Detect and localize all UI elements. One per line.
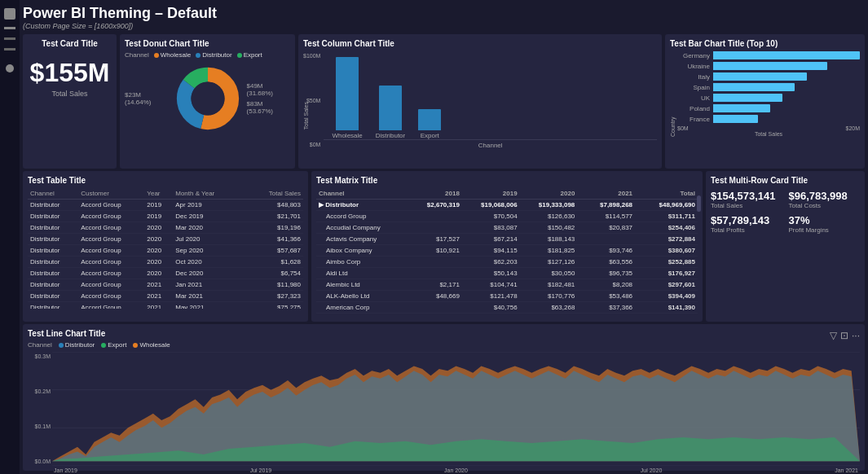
sidebar (0, 0, 20, 474)
matrix-row: American Corp$40,756$63,268$37,366$141,3… (316, 302, 698, 314)
bar-export: Export (418, 109, 441, 139)
line-title: Test Line Chart Title (28, 329, 105, 338)
bar-row-germany: Germany (677, 51, 860, 59)
table-header-row: Channel Customer Year Month & Year Total… (28, 188, 303, 200)
line-chart-svg (52, 352, 860, 466)
table-row: DistributorAccord Group2021Mar 2021$27,3… (28, 291, 303, 302)
total-costs-value: $96,783,998 (789, 190, 861, 202)
matrix-header: Channel 2018 2019 2020 2021 Total (316, 188, 698, 200)
total-profits-label: Total Profits (711, 226, 782, 234)
matrix-row: ALK-Abello Ltd$48,669$121,478$170,776$53… (316, 291, 698, 302)
bar-y-label: Country (670, 51, 676, 137)
line-panel: Test Line Chart Title ▽ ⊡ ··· Channel Di… (23, 324, 865, 471)
filter-icon[interactable]: ▽ (830, 330, 837, 341)
svg-point-3 (191, 81, 224, 115)
matrix-scroll[interactable]: Channel 2018 2019 2020 2021 Total ▶ Dist… (316, 188, 698, 314)
matrix-row: Accord Group$70,504$126,630$114,577$311,… (316, 211, 698, 222)
bar-row-italy: Italy (677, 72, 860, 81)
sidebar-icon-bars3 (4, 48, 15, 50)
legend-channel-label: Channel (125, 51, 149, 59)
bar-row-poland: Poland (677, 104, 860, 112)
legend-export: Export (237, 51, 262, 59)
bar-row-france: France (677, 115, 860, 123)
data-table: Channel Customer Year Month & Year Total… (28, 188, 303, 309)
page-title: Power BI Theming – Default (23, 5, 217, 22)
mh-2019: 2019 (462, 188, 520, 200)
donut-legend: Channel Wholesale Distributor Export (125, 51, 290, 59)
sidebar-icon-person[interactable] (6, 64, 14, 72)
line-legend-distributor: Distributor (59, 341, 95, 349)
mh-2021: 2021 (577, 188, 635, 200)
more-icon[interactable]: ··· (852, 330, 860, 341)
bar-distributor: Distributor (376, 86, 405, 139)
bar-row-ukraine: Ukraine (677, 62, 860, 70)
bar-row-uk: UK (677, 94, 860, 102)
th-customer: Customer (78, 188, 144, 200)
column-title: Test Column Chart Title (303, 39, 657, 48)
donut-labels: $49M (31.68%) $83M (53.67%) (247, 82, 291, 115)
th-total-sales: Total Sales (237, 188, 303, 200)
matrix-row: Aibox Company$10,921$94,115$181,825$93,7… (316, 245, 698, 257)
matrix-table: Channel 2018 2019 2020 2021 Total ▶ Dist… (316, 188, 698, 314)
table-panel: Test Table Title Channel Customer Year M… (23, 171, 308, 322)
column-y-axis: $100M $50M $0M (303, 51, 320, 149)
metric-row-2: $57,789,143 Total Profits 37% Profit Mar… (711, 214, 860, 234)
metric-profit-margin: 37% Profit Margins (789, 214, 861, 234)
line-chart-area: $0.3M $0.2M $0.1M $0.0M (28, 352, 860, 466)
donut-label-distributor: $49M (31.68%) (247, 82, 291, 97)
line-legend-wholesale: Wholesale (133, 341, 170, 349)
line-x-labels: Jan 2019 Jul 2019 Jan 2020 Jul 2020 Jan … (52, 467, 860, 473)
mh-2018: 2018 (409, 188, 461, 200)
line-header: Test Line Chart Title ▽ ⊡ ··· (28, 329, 860, 341)
bar-germany-fill (713, 51, 860, 59)
line-actions: ▽ ⊡ ··· (830, 330, 860, 341)
donut-chart: $23M (14.64%) $49M (31.68%) $83M (53.67%… (125, 62, 290, 135)
table-row: DistributorAccord Group2019Dec 2019$21,7… (28, 211, 303, 222)
bar-uk-fill (713, 94, 782, 102)
sidebar-icon-bars[interactable] (4, 27, 15, 29)
table-row: DistributorAccord Group2021May 2021$75,2… (28, 302, 303, 309)
table-row: DistributorAccord Group2021Jan 2021$11,9… (28, 279, 303, 291)
donut-label-wholesale: $83M (53.67%) (247, 100, 291, 115)
mh-channel: Channel (316, 188, 409, 200)
table-row: DistributorAccord Group2020Jul 2020$41,3… (28, 234, 303, 245)
metric-row-1: $154,573,141 Total Sales $96,783,998 Tot… (711, 190, 860, 209)
metric-total-profits: $57,789,143 Total Profits (711, 214, 782, 234)
mh-total: Total (635, 188, 698, 200)
bar-panel: Test Bar Chart Title (Top 10) Country Ge… (665, 34, 865, 169)
card-label: Total Sales (51, 90, 87, 98)
sidebar-icon-grid[interactable] (4, 8, 15, 20)
column-x-label: Channel (324, 142, 657, 149)
bar-x-axis: $0M $20M (677, 125, 860, 131)
metric-total-costs: $96,783,998 Total Costs (789, 190, 861, 209)
multirow-title: Test Multi-Row Card Title (711, 176, 860, 185)
table-row: DistributorAccord Group2020Sep 2020$57,6… (28, 245, 303, 257)
export-dot (237, 53, 242, 58)
bar-poland-fill (713, 104, 770, 112)
profit-margin-label: Profit Margins (789, 226, 861, 234)
card-title: Test Card Title (42, 39, 98, 48)
distributor-dot (196, 53, 200, 58)
focus-icon[interactable]: ⊡ (840, 330, 848, 341)
total-profits-value: $57,789,143 (711, 214, 782, 226)
mh-2020: 2020 (520, 188, 578, 200)
bar-export-fill (418, 109, 441, 130)
card-value: $155M (30, 58, 110, 88)
legend-wholesale: Wholesale (154, 51, 191, 59)
table-row: DistributorAccord Group2020Dec 2020$6,75… (28, 268, 303, 279)
matrix-channel-row: ▶ Distributor $2,670,319 $19,068,006 $19… (316, 200, 698, 211)
matrix-row: Americus Corp$56,189$140,512$41,769$348,… (316, 314, 698, 315)
matrix-scrollbar[interactable] (697, 195, 701, 212)
matrix-title: Test Matrix Title (316, 176, 698, 185)
total-sales-label: Total Sales (711, 202, 782, 209)
table-title: Test Table Title (28, 176, 303, 185)
donut-panel: Test Donut Chart Title Channel Wholesale… (120, 34, 295, 169)
table-row: DistributorAccord Group2019Apr 2019$48,8… (28, 200, 303, 211)
line-dot-distributor (59, 343, 64, 348)
metric-total-sales: $154,573,141 Total Sales (711, 190, 782, 209)
column-bars: Wholesale Distributor Export (324, 51, 657, 140)
matrix-row: Aimbo Corp$62,203$127,126$63,556$252,885 (316, 257, 698, 268)
table-scroll[interactable]: Channel Customer Year Month & Year Total… (28, 188, 303, 309)
th-month-year: Month & Year (173, 188, 237, 200)
th-channel: Channel (28, 188, 78, 200)
